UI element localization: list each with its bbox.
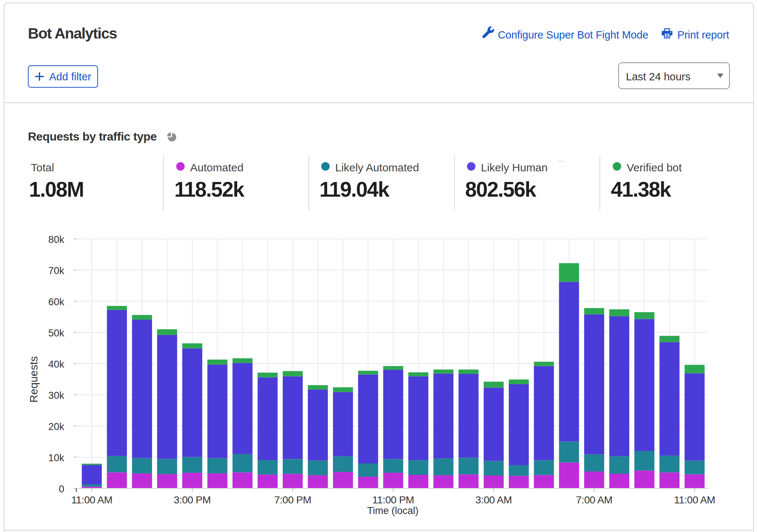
svg-text:11:00 AM: 11:00 AM (71, 494, 112, 506)
svg-text:11:00 AM: 11:00 AM (674, 494, 715, 506)
svg-text:Time (local): Time (local) (367, 505, 419, 516)
svg-text:7:00 AM: 7:00 AM (576, 494, 612, 506)
svg-text:Requests: Requests (28, 356, 40, 403)
svg-text:10k: 10k (48, 452, 64, 463)
svg-text:0: 0 (59, 484, 64, 495)
svg-text:50k: 50k (48, 328, 64, 339)
svg-text:3:00 PM: 3:00 PM (174, 494, 211, 506)
svg-text:40k: 40k (48, 359, 64, 370)
svg-text:3:00 AM: 3:00 AM (475, 494, 512, 506)
svg-text:80k: 80k (48, 234, 64, 245)
svg-text:20k: 20k (48, 421, 64, 432)
svg-text:60k: 60k (48, 296, 64, 307)
svg-text:70k: 70k (48, 265, 64, 276)
svg-text:30k: 30k (48, 390, 64, 401)
svg-text:7:00 PM: 7:00 PM (274, 494, 311, 506)
svg-text:11:00 PM: 11:00 PM (372, 494, 414, 506)
